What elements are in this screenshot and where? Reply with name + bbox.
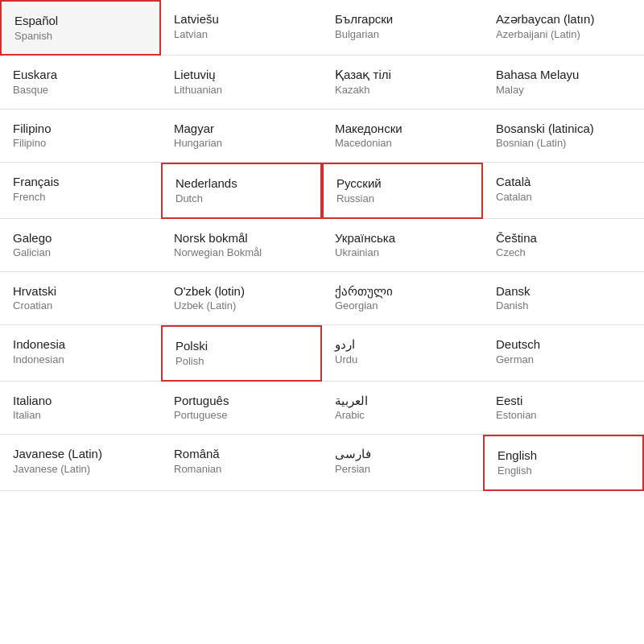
language-grid: EspañolSpanishLatviešuLatvianБългарскиBu… bbox=[0, 0, 644, 491]
lang-native-name: Português bbox=[174, 393, 309, 409]
lang-native-name: Català bbox=[496, 174, 631, 190]
lang-cell-hungarian[interactable]: MagyarHungarian bbox=[161, 109, 322, 163]
lang-cell-macedonian[interactable]: МакедонскиMacedonian bbox=[322, 109, 483, 163]
lang-cell-malay[interactable]: Bahasa MelayuMalay bbox=[483, 56, 644, 109]
lang-cell-persian[interactable]: فارسیPersian bbox=[322, 435, 483, 490]
lang-cell-azerbaijani--latin-[interactable]: Azərbaycan (latın)Azerbaijani (Latin) bbox=[483, 0, 644, 56]
lang-cell-romanian[interactable]: RomânăRomanian bbox=[161, 435, 322, 490]
lang-native-name: Español bbox=[14, 13, 147, 29]
lang-native-name: Norsk bokmål bbox=[174, 230, 309, 246]
lang-native-name: العربية bbox=[335, 393, 470, 409]
lang-cell-spanish[interactable]: EspañolSpanish bbox=[0, 0, 161, 56]
lang-english-name: Javanese (Latin) bbox=[13, 463, 148, 477]
lang-cell-galician[interactable]: GalegoGalician bbox=[0, 219, 161, 272]
lang-english-name: Bulgarian bbox=[335, 28, 470, 42]
lang-cell-filipino[interactable]: FilipinoFilipino bbox=[0, 109, 161, 163]
lang-cell-estonian[interactable]: EestiEstonian bbox=[483, 382, 644, 435]
lang-cell-javanese--latin-[interactable]: Javanese (Latin)Javanese (Latin) bbox=[0, 435, 161, 490]
lang-cell-ukrainian[interactable]: УкраїнськаUkrainian bbox=[322, 219, 483, 272]
lang-english-name: Arabic bbox=[335, 409, 470, 423]
lang-native-name: Lietuvių bbox=[174, 67, 309, 83]
lang-cell-kazakh[interactable]: Қазақ тіліKazakh bbox=[322, 56, 483, 109]
lang-cell-georgian[interactable]: ქართულიGeorgian bbox=[322, 272, 483, 325]
lang-native-name: Bosanski (latinica) bbox=[496, 121, 631, 137]
lang-native-name: Українська bbox=[335, 230, 470, 246]
lang-native-name: O'zbek (lotin) bbox=[174, 283, 309, 299]
lang-native-name: Русский bbox=[336, 175, 469, 192]
lang-cell-arabic[interactable]: العربيةArabic bbox=[322, 382, 483, 435]
lang-native-name: Hrvatski bbox=[13, 283, 148, 299]
lang-native-name: Eesti bbox=[496, 393, 631, 409]
lang-cell-russian[interactable]: РусскийRussian bbox=[322, 163, 483, 218]
lang-english-name: Azerbaijani (Latin) bbox=[496, 28, 631, 42]
lang-native-name: Magyar bbox=[174, 121, 309, 137]
lang-english-name: Latvian bbox=[174, 28, 309, 42]
lang-english-name: Croatian bbox=[13, 299, 148, 313]
lang-cell-italian[interactable]: ItalianoItalian bbox=[0, 382, 161, 435]
lang-cell-dutch[interactable]: NederlandsDutch bbox=[161, 163, 322, 218]
lang-english-name: Macedonian bbox=[335, 137, 470, 151]
lang-cell-french[interactable]: FrançaisFrench bbox=[0, 163, 161, 218]
lang-cell-urdu[interactable]: اردوUrdu bbox=[322, 325, 483, 381]
lang-native-name: ქართული bbox=[335, 283, 470, 299]
lang-english-name: Indonesian bbox=[13, 353, 148, 367]
lang-native-name: Filipino bbox=[13, 121, 148, 137]
lang-english-name: Malay bbox=[496, 84, 631, 97]
lang-english-name: Czech bbox=[496, 246, 631, 260]
lang-cell-english[interactable]: EnglishEnglish bbox=[483, 435, 644, 490]
lang-native-name: اردو bbox=[335, 336, 470, 353]
lang-english-name: Persian bbox=[335, 463, 470, 477]
lang-cell-basque[interactable]: EuskaraBasque bbox=[0, 56, 161, 109]
lang-cell-polish[interactable]: PolskiPolish bbox=[161, 325, 322, 381]
lang-cell-german[interactable]: DeutschGerman bbox=[483, 325, 644, 381]
lang-english-name: Dutch bbox=[175, 192, 308, 206]
lang-cell-croatian[interactable]: HrvatskiCroatian bbox=[0, 272, 161, 325]
lang-cell-catalan[interactable]: CatalàCatalan bbox=[483, 163, 644, 218]
lang-native-name: English bbox=[497, 448, 630, 464]
lang-native-name: Deutsch bbox=[496, 336, 631, 353]
lang-english-name: Hungarian bbox=[174, 137, 309, 151]
lang-english-name: English bbox=[497, 464, 630, 478]
lang-english-name: Romanian bbox=[174, 463, 309, 477]
lang-native-name: Galego bbox=[13, 230, 148, 246]
lang-cell-bulgarian[interactable]: БългарскиBulgarian bbox=[322, 0, 483, 56]
lang-cell-portuguese[interactable]: PortuguêsPortuguese bbox=[161, 382, 322, 435]
lang-native-name: Română bbox=[174, 446, 309, 462]
lang-native-name: Javanese (Latin) bbox=[13, 446, 148, 462]
lang-native-name: Македонски bbox=[335, 121, 470, 137]
lang-native-name: Dansk bbox=[496, 283, 631, 299]
lang-native-name: Български bbox=[335, 11, 470, 27]
lang-cell-latvian[interactable]: LatviešuLatvian bbox=[161, 0, 322, 56]
lang-cell-indonesian[interactable]: IndonesiaIndonesian bbox=[0, 325, 161, 381]
lang-native-name: Indonesia bbox=[13, 336, 148, 353]
lang-english-name: Galician bbox=[13, 246, 148, 260]
lang-english-name: Kazakh bbox=[335, 84, 470, 97]
lang-english-name: Lithuanian bbox=[174, 84, 309, 97]
lang-native-name: Қазақ тілі bbox=[335, 67, 470, 83]
lang-native-name: Bahasa Melayu bbox=[496, 67, 631, 83]
lang-english-name: Portuguese bbox=[174, 409, 309, 423]
lang-native-name: Azərbaycan (latın) bbox=[496, 11, 631, 27]
lang-english-name: Norwegian Bokmål bbox=[174, 246, 309, 260]
lang-english-name: Catalan bbox=[496, 191, 631, 204]
lang-english-name: Spanish bbox=[14, 30, 147, 43]
lang-english-name: Filipino bbox=[13, 137, 148, 151]
lang-native-name: Čeština bbox=[496, 230, 631, 246]
lang-cell-danish[interactable]: DanskDanish bbox=[483, 272, 644, 325]
lang-cell-norwegian-bokm-l[interactable]: Norsk bokmålNorwegian Bokmål bbox=[161, 219, 322, 272]
lang-english-name: French bbox=[13, 191, 148, 204]
lang-native-name: Français bbox=[13, 174, 148, 190]
lang-english-name: Danish bbox=[496, 299, 631, 313]
lang-cell-bosnian--latin-[interactable]: Bosanski (latinica)Bosnian (Latin) bbox=[483, 109, 644, 163]
lang-cell-lithuanian[interactable]: LietuviųLithuanian bbox=[161, 56, 322, 109]
lang-cell-uzbek--latin-[interactable]: O'zbek (lotin)Uzbek (Latin) bbox=[161, 272, 322, 325]
lang-native-name: Italiano bbox=[13, 393, 148, 409]
lang-cell-czech[interactable]: ČeštinaCzech bbox=[483, 219, 644, 272]
lang-english-name: Ukrainian bbox=[335, 246, 470, 260]
lang-english-name: Bosnian (Latin) bbox=[496, 137, 631, 151]
lang-english-name: Estonian bbox=[496, 409, 631, 423]
lang-native-name: Latviešu bbox=[174, 11, 309, 27]
lang-native-name: Nederlands bbox=[175, 175, 308, 192]
lang-english-name: Italian bbox=[13, 409, 148, 423]
lang-native-name: فارسی bbox=[335, 446, 470, 462]
